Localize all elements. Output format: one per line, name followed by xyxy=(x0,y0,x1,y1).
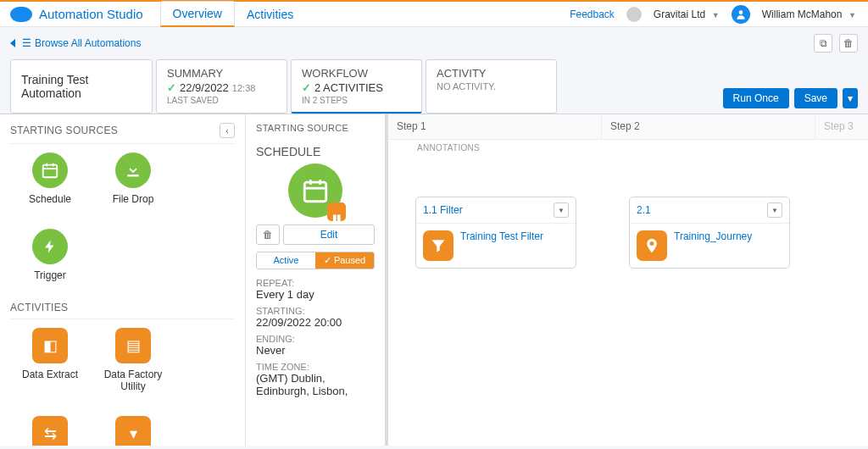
workflow-heading: WORKFLOW xyxy=(302,67,411,80)
caret-down-icon: ▼ xyxy=(712,11,720,19)
feedback-link[interactable]: Feedback xyxy=(570,8,615,20)
download-icon xyxy=(115,152,151,188)
factory-icon: ▤ xyxy=(115,328,151,363)
activity-tile-1-1[interactable]: 1.1 Filter ▼ Training Test Filter xyxy=(415,197,576,269)
schedule-panel-title: SCHEDULE xyxy=(256,145,375,158)
starting-source-column-heading: STARTING SOURCE xyxy=(246,114,385,138)
tile-text: Training_Journey xyxy=(674,230,752,244)
status-toggle[interactable]: Active ✓ Paused xyxy=(256,252,375,269)
caret-down-icon: ▼ xyxy=(849,11,856,19)
annotations-label: ANNOTATIONS xyxy=(388,140,868,163)
status-active[interactable]: Active xyxy=(257,252,315,269)
activity-filter[interactable]: ▾ Filter xyxy=(103,416,163,446)
label: Data Extract xyxy=(22,369,78,380)
user-avatar-icon xyxy=(732,5,750,24)
activity-line: NO ACTIVITY. xyxy=(437,81,546,91)
palette-panel: STARTING SOURCES ‹ Schedule File Drop xyxy=(0,114,246,446)
tab-activities[interactable]: Activities xyxy=(235,3,305,26)
tile-dropdown-button[interactable]: ▼ xyxy=(554,202,569,218)
step-header-2[interactable]: Step 2 xyxy=(602,114,815,139)
copy-button[interactable]: ⧉ xyxy=(814,34,832,53)
tz-value: (GMT) Dublin, Edinburgh, Lisbon, xyxy=(256,372,375,397)
breadcrumb-link[interactable]: ☰ Browse All Automations xyxy=(10,37,141,49)
delete-schedule-button[interactable]: 🗑 xyxy=(256,224,280,245)
save-dropdown-button[interactable]: ▾ xyxy=(843,88,858,108)
step-header-3[interactable]: Step 3 xyxy=(815,114,868,139)
source-trigger[interactable]: Trigger xyxy=(20,229,80,281)
delete-button[interactable]: 🗑 xyxy=(839,34,858,53)
label: Data Factory Utility xyxy=(104,369,163,392)
starting-label: STARTING: xyxy=(256,306,375,316)
bolt-icon xyxy=(32,229,68,264)
check-icon: ✓ xyxy=(302,81,311,94)
workflow-line: 2 ACTIVITIES xyxy=(314,81,383,94)
db-icon: ◧ xyxy=(32,328,68,363)
cloud-logo xyxy=(10,7,32,22)
activity-data-extract[interactable]: ◧ Data Extract xyxy=(20,328,80,392)
breadcrumb-label: Browse All Automations xyxy=(35,37,141,49)
pin-icon xyxy=(637,230,667,261)
feedback-avatar-icon xyxy=(626,7,642,22)
activity-heading: ACTIVITY xyxy=(437,67,546,80)
tile-head-label: 1.1 Filter xyxy=(423,204,463,216)
workflow-canvas: Step 1 Step 2 Step 3 ANNOTATIONS 1.1 Fil… xyxy=(388,114,868,446)
automation-title-card[interactable]: Training Test Automation xyxy=(10,59,153,114)
save-button[interactable]: Save xyxy=(794,88,837,108)
source-schedule[interactable]: Schedule xyxy=(20,152,80,205)
check-icon: ✓ xyxy=(167,81,176,94)
calendar-icon xyxy=(32,152,68,188)
repeat-value: Every 1 day xyxy=(256,288,375,301)
label: Schedule xyxy=(29,193,71,205)
repeat-label: REPEAT: xyxy=(256,278,375,288)
account-menu[interactable]: Gravitai Ltd xyxy=(654,8,705,20)
header-cards: Training Test Automation SUMMARY ✓ 22/9/… xyxy=(0,59,868,114)
activity-file-transfer[interactable]: ⇆ File Transfer xyxy=(20,416,80,446)
tile-dropdown-button[interactable]: ▼ xyxy=(767,202,782,218)
trash-icon: 🗑 xyxy=(843,37,854,49)
summary-time: 12:38 xyxy=(232,83,256,93)
user-menu[interactable]: William McMahon xyxy=(762,8,843,20)
svg-point-0 xyxy=(738,10,743,14)
summary-date: 22/9/2022 xyxy=(180,81,229,94)
list-icon: ☰ xyxy=(22,37,31,49)
starting-value: 22/09/2022 20:00 xyxy=(256,316,375,329)
activities-heading: ACTIVITIES xyxy=(0,293,245,319)
run-once-button[interactable]: Run Once xyxy=(723,88,789,108)
file-move-icon: ⇆ xyxy=(32,416,68,446)
copy-icon: ⧉ xyxy=(820,37,827,49)
trash-icon: 🗑 xyxy=(263,229,273,241)
source-file-drop[interactable]: File Drop xyxy=(103,152,163,205)
tab-overview[interactable]: Overview xyxy=(160,1,235,27)
summary-heading: SUMMARY xyxy=(167,67,276,80)
edit-schedule-button[interactable]: Edit xyxy=(283,224,375,245)
activity-card[interactable]: ACTIVITY NO ACTIVITY. xyxy=(426,59,557,114)
ending-value: Never xyxy=(256,344,375,357)
step-header-1[interactable]: Step 1 xyxy=(388,114,602,139)
starting-source-panel: STARTING SOURCE SCHEDULE 🗑 Edit Active ✓… xyxy=(246,114,388,446)
pause-badge-icon xyxy=(327,202,346,221)
schedule-large-icon xyxy=(288,164,342,218)
label: File Drop xyxy=(113,193,154,205)
chevron-left-icon xyxy=(10,39,15,47)
activity-data-factory-utility[interactable]: ▤ Data Factory Utility xyxy=(103,328,163,392)
funnel-icon xyxy=(423,230,453,261)
label: Trigger xyxy=(34,269,66,281)
summary-card[interactable]: SUMMARY ✓ 22/9/2022 12:38 LAST SAVED xyxy=(156,59,287,114)
tile-head-label: 2.1 xyxy=(637,204,651,216)
starting-sources-heading: STARTING SOURCES xyxy=(10,125,118,136)
ending-label: ENDING: xyxy=(256,334,375,344)
check-icon: ✓ xyxy=(324,255,334,265)
tz-label: TIME ZONE: xyxy=(256,362,375,372)
breadcrumb-row: ☰ Browse All Automations ⧉ 🗑 xyxy=(0,27,868,59)
collapse-palette-button[interactable]: ‹ xyxy=(220,123,235,138)
top-bar: Automation Studio Overview Activities Fe… xyxy=(0,2,868,27)
workflow-card[interactable]: WORKFLOW ✓ 2 ACTIVITIES IN 2 STEPS xyxy=(291,59,422,114)
svg-rect-5 xyxy=(127,175,138,177)
activity-tile-2-1[interactable]: 2.1 ▼ Training_Journey xyxy=(629,197,790,269)
app-title: Automation Studio xyxy=(39,7,143,21)
svg-rect-1 xyxy=(43,165,58,178)
summary-sub: LAST SAVED xyxy=(167,96,276,105)
svg-rect-6 xyxy=(304,182,326,202)
status-paused[interactable]: ✓ Paused xyxy=(315,252,374,269)
workflow-sub: IN 2 STEPS xyxy=(302,96,411,105)
